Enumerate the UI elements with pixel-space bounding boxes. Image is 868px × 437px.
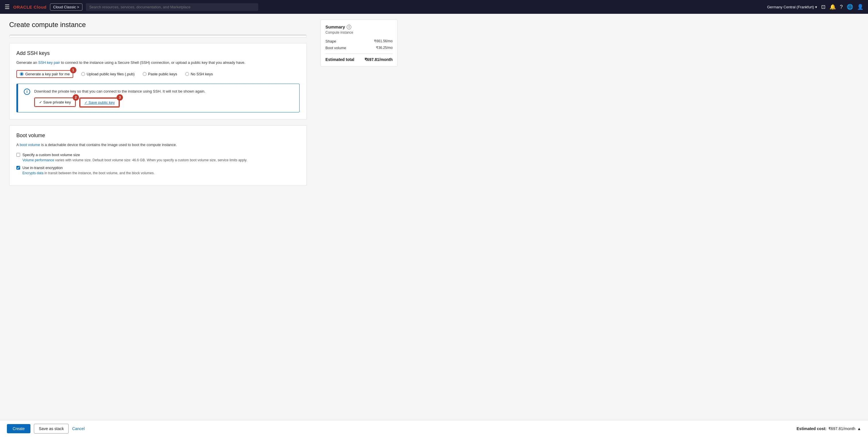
save-private-key-border: ✓ Save private key (34, 97, 76, 107)
info-box-buttons: ✓ Save private key 2 ✓ Save public key 3 (34, 97, 293, 108)
help-icon[interactable]: ? (840, 4, 843, 10)
badge-3: 3 (117, 94, 123, 100)
ssh-section-title: Add SSH keys (17, 50, 300, 56)
terminal-icon[interactable]: ⊡ (821, 4, 826, 10)
cloud-classic-button[interactable]: Cloud Classic > (50, 3, 83, 11)
volume-performance-link[interactable]: Volume performance (22, 158, 54, 162)
badge-2: 2 (73, 94, 79, 100)
save-public-key-border: ✓ Save public key (79, 97, 120, 108)
info-box-content: Download the private key so that you can… (34, 89, 293, 108)
notifications-icon[interactable]: 🔔 (830, 4, 836, 10)
info-box-text: Download the private key so that you can… (34, 89, 293, 94)
create-button[interactable]: Create (7, 424, 30, 433)
chevron-up-icon[interactable]: ▲ (857, 426, 861, 431)
estimated-cost-label: Estimated cost: (797, 426, 826, 431)
boot-volume-desc: A boot volume is a detachable device tha… (17, 142, 300, 148)
boot-volume-link[interactable]: boot volume (20, 143, 40, 147)
summary-panel: Summary i Compute instance Shape ₹661.56… (316, 14, 402, 437)
main-content: Create compute instance Add SSH keys Gen… (0, 14, 316, 437)
oracle-logo: ORACLE Cloud (13, 5, 46, 9)
menu-icon[interactable]: ☰ (5, 3, 10, 10)
info-circle-icon: i (24, 89, 30, 95)
ssh-radio-group: Generate a key pair for me 1 Upload publ… (17, 70, 300, 78)
radio-option-no-ssh[interactable]: No SSH keys (185, 72, 213, 76)
page-title: Create compute instance (9, 21, 307, 29)
encrypts-data-link[interactable]: Encrypts data (22, 171, 43, 175)
radio-option-upload[interactable]: Upload public key files (.pub) (81, 72, 135, 76)
summary-total-label: Estimated total (326, 57, 354, 62)
page-wrapper: Create compute instance Add SSH keys Gen… (0, 14, 868, 437)
radio-option-generate-highlight: Generate a key pair for me (17, 70, 73, 78)
save-public-key-button[interactable]: ✓ Save public key (80, 98, 120, 107)
oracle-text: ORACLE (13, 5, 32, 9)
summary-card: Summary i Compute instance Shape ₹661.56… (320, 20, 398, 67)
custom-size-row: Specify a custom boot volume size Volume… (17, 152, 300, 163)
ssh-key-pair-link[interactable]: SSH key pair (38, 60, 60, 65)
ssh-section-desc: Generate an SSH key pair to connect to t… (17, 60, 300, 65)
top-navigation: ☰ ORACLE Cloud Cloud Classic > Germany C… (0, 0, 868, 14)
summary-total-value: ₹697.81/month (365, 57, 393, 62)
region-chevron-icon: ▾ (815, 5, 817, 9)
region-selector[interactable]: Germany Central (Frankfurt) ▾ (767, 5, 817, 9)
estimated-cost-bottom: Estimated cost: ₹697.81/month ▲ (797, 426, 861, 431)
summary-header: Summary i (326, 24, 393, 29)
bottom-action-bar: Create Save as stack Cancel Estimated co… (0, 420, 868, 437)
radio-option-generate-wrapper: Generate a key pair for me 1 (17, 70, 73, 78)
custom-size-checkbox[interactable] (17, 153, 20, 157)
summary-boot-label: Boot volume (326, 46, 346, 50)
custom-size-label-group: Specify a custom boot volume size Volume… (22, 152, 247, 163)
boot-volume-title: Boot volume (17, 133, 300, 139)
save-private-key-wrapper: ✓ Save private key 2 (34, 97, 76, 108)
summary-title: Summary (326, 24, 345, 29)
radio-no-ssh-input[interactable] (185, 72, 189, 76)
cloud-text: Cloud (34, 5, 46, 9)
radio-option-paste[interactable]: Paste public keys (143, 72, 177, 76)
badge-1: 1 (70, 67, 76, 73)
summary-boot-value: ₹36.25/mo (376, 46, 393, 50)
radio-paste-label: Paste public keys (148, 72, 177, 76)
cancel-button[interactable]: Cancel (72, 426, 85, 431)
custom-size-label[interactable]: Specify a custom boot volume size (22, 153, 80, 157)
language-icon[interactable]: 🌐 (847, 4, 853, 10)
summary-total-row: Estimated total ₹697.81/month (326, 57, 393, 62)
radio-generate-input[interactable] (20, 72, 24, 76)
encryption-checkbox[interactable] (17, 166, 20, 170)
encryption-sub-text: Encrypts data in transit between the ins… (22, 171, 155, 176)
summary-subtitle: Compute instance (326, 30, 393, 34)
save-private-key-button[interactable]: ✓ Save private key (35, 98, 75, 106)
ssh-info-box: i Download the private key so that you c… (17, 84, 300, 113)
summary-shape-row: Shape ₹661.56/mo (326, 39, 393, 43)
summary-shape-value: ₹661.56/mo (374, 39, 393, 43)
encryption-label[interactable]: Use in-transit encryption (22, 166, 63, 170)
radio-upload-label: Upload public key files (.pub) (87, 72, 135, 76)
topnav-right-group: Germany Central (Frankfurt) ▾ ⊡ 🔔 ? 🌐 👤 (767, 4, 863, 10)
estimated-cost-value: ₹697.81/month (828, 426, 856, 431)
radio-generate-label: Generate a key pair for me (25, 72, 70, 76)
radio-paste-input[interactable] (143, 72, 147, 76)
custom-size-sub-text: Volume performance varies with volume si… (22, 158, 247, 163)
encryption-label-group: Use in-transit encryption Encrypts data … (22, 165, 155, 176)
region-label: Germany Central (Frankfurt) (767, 5, 814, 9)
encryption-row: Use in-transit encryption Encrypts data … (17, 165, 300, 176)
save-as-stack-button[interactable]: Save as stack (34, 424, 69, 434)
summary-info-icon[interactable]: i (347, 25, 351, 29)
radio-upload-input[interactable] (81, 72, 85, 76)
boot-volume-section: Boot volume A boot volume is a detachabl… (9, 125, 307, 186)
summary-shape-label: Shape (326, 39, 336, 43)
summary-boot-row: Boot volume ₹36.25/mo (326, 46, 393, 50)
save-public-key-wrapper: ✓ Save public key 3 (79, 97, 120, 108)
user-profile-icon[interactable]: 👤 (857, 4, 863, 10)
radio-no-ssh-label: No SSH keys (191, 72, 213, 76)
ssh-keys-section: Add SSH keys Generate an SSH key pair to… (9, 43, 307, 120)
search-input[interactable] (86, 3, 258, 11)
scroll-indicator (9, 34, 307, 37)
radio-option-generate[interactable]: Generate a key pair for me (20, 72, 70, 76)
